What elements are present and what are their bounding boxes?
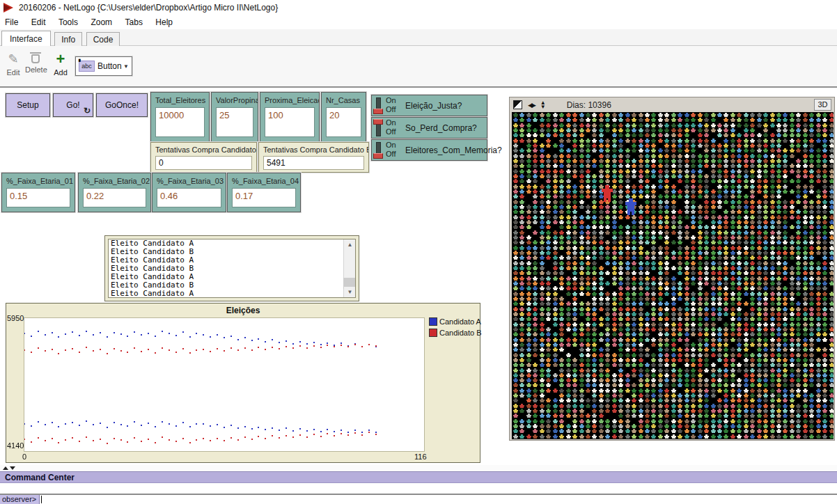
toolbar: ✎ Edit Delete + Add abc Button ▼ faster … [0, 46, 837, 88]
switch-eleicao-justa[interactable]: On Off Eleição_Justa? [371, 95, 487, 116]
scroll-down-icon[interactable]: ▼ [344, 287, 356, 297]
setup-button[interactable]: Setup [6, 93, 50, 117]
go-once-button[interactable]: GoOnce! [96, 93, 148, 117]
menu-edit[interactable]: Edit [26, 15, 51, 27]
plus-icon: + [52, 52, 70, 68]
setup-button-label: Setup [17, 100, 38, 110]
switch-on-label: On [386, 118, 396, 127]
monitor-value-box: 0.17 [232, 188, 296, 207]
switch-name: So_Perd_Compra? [405, 123, 477, 133]
monitor-tentativas-b: Tentativas Compra Candidato B 5491 [258, 142, 369, 173]
add-widget-button[interactable]: + Add [52, 52, 70, 77]
menu-zoom[interactable]: Zoom [86, 15, 117, 27]
menu-help[interactable]: Help [150, 15, 178, 27]
monitor-faixa-etaria-04: %_Faixa_Etaria_04 0.17 [227, 173, 301, 212]
splitter-bar[interactable] [0, 465, 837, 471]
tab-interface[interactable]: Interface [1, 31, 51, 47]
view-header: ◀▶ ▲▼ Dias: 10396 3D [510, 97, 834, 112]
delete-label: Delete [25, 65, 46, 74]
legend-swatch-red [429, 329, 437, 337]
splitter-down-icon[interactable] [10, 466, 15, 470]
menu-tools[interactable]: Tools [54, 15, 83, 27]
edit-label: Edit [4, 68, 22, 77]
monitor-valor-propina: ValorPropina 25 [211, 92, 258, 142]
output-line: Eleito Candidato A [109, 290, 355, 298]
menu-bar: File Edit Tools Zoom Tabs Help [0, 15, 837, 29]
switch-off-label: Off [386, 127, 396, 136]
monitor-value-box: 5491 [263, 156, 364, 170]
switch-eleitores-com-memoria[interactable]: On Off Eleitores_Com_Memoria? [371, 139, 487, 161]
go-button[interactable]: Go! ↻ [53, 93, 93, 117]
observer-prompt: observer> [0, 495, 40, 504]
monitor-value-box: 20 [326, 107, 361, 137]
trash-icon [31, 54, 40, 63]
splitter-up-icon[interactable] [3, 466, 8, 470]
tab-strip: Interface Info Code [0, 29, 837, 46]
monitor-faixa-etaria-02: %_Faixa_Etaria_02 0.22 [78, 173, 151, 212]
monitor-value: 100 [265, 108, 314, 120]
monitor-value-box: 0.46 [157, 188, 221, 207]
legend-label: Candidato B [439, 329, 482, 337]
view-resize-icon[interactable] [513, 100, 522, 109]
monitor-value: 20 [327, 108, 361, 120]
menu-tabs[interactable]: Tabs [120, 15, 148, 27]
monitor-value: 0.15 [7, 189, 70, 201]
delete-widget-button[interactable]: Delete [25, 52, 46, 74]
output-text-area: Eleito Candidato A Eleito Candidato B El… [108, 239, 356, 298]
world-canvas[interactable] [512, 112, 834, 439]
chevron-down-icon: ▼ [123, 63, 129, 70]
monitor-value: 5491 [264, 157, 363, 168]
monitor-value-box: 100 [265, 107, 315, 137]
plot-area [24, 317, 425, 452]
widget-type-dropdown[interactable]: abc Button ▼ [75, 56, 132, 76]
output-scrollbar[interactable]: ▲ ▼ [343, 239, 355, 297]
add-label: Add [52, 68, 70, 77]
view-vertical-arrows-icon[interactable]: ▲▼ [540, 101, 546, 109]
plot-title: Eleições [6, 306, 480, 315]
switch-off-label: Off [386, 150, 396, 158]
monitor-value-box: 10000 [155, 107, 205, 137]
switch-handle[interactable] [373, 119, 383, 125]
pencil-icon: ✎ [4, 52, 22, 68]
monitor-value: 0.46 [157, 189, 221, 201]
switch-so-perd-compra[interactable]: On Off So_Perd_Compra? [371, 117, 487, 139]
view-horizontal-arrows-icon[interactable]: ◀▶ [528, 102, 535, 109]
monitor-nr-casas: Nr_Casas 20 [321, 92, 366, 142]
legend-candidato-a: Candidato A [429, 317, 481, 326]
world-view-widget: ◀▶ ▲▼ Dias: 10396 3D [509, 97, 835, 441]
monitor-label: Tentativas Compra Candidato B [259, 143, 368, 154]
button-widget-icon: abc [79, 61, 95, 72]
monitor-faixa-etaria-01: %_Faixa_Etaria_01 0.15 [1, 173, 75, 212]
go-button-label: Go! [66, 100, 79, 110]
monitor-value: 0.22 [84, 189, 146, 201]
monitor-label: ValorPropina [212, 93, 258, 104]
edit-widget-button[interactable]: ✎ Edit [4, 52, 22, 77]
monitor-proxima-eleicao: Proxima_Eleicao 100 [260, 92, 320, 142]
legend-swatch-blue [429, 317, 437, 326]
monitor-label: Tentativas Compra Candidato A [151, 143, 256, 154]
tab-info[interactable]: Info [54, 32, 82, 47]
forever-icon: ↻ [84, 106, 91, 116]
monitor-label: Proxima_Eleicao [260, 93, 319, 104]
plot-eleicoes: Eleições 5950 4140 0 116 Candidato A Can… [6, 303, 480, 463]
monitor-value: 10000 [156, 108, 204, 120]
monitor-label: %_Faixa_Etaria_01 [2, 173, 75, 185]
switch-handle[interactable] [373, 109, 383, 114]
x-axis-min-label: 0 [22, 452, 26, 461]
switch-handle[interactable] [373, 153, 383, 159]
menu-file[interactable]: File [0, 15, 23, 27]
switch-name: Eleitores_Com_Memoria? [405, 145, 502, 155]
monitor-value-box: 0 [155, 156, 252, 170]
legend-label: Candidato A [439, 317, 481, 326]
widget-type-value: Button [97, 61, 123, 71]
monitor-label: %_Faixa_Etaria_02 [79, 173, 150, 185]
command-center-header[interactable]: Command Center [0, 471, 837, 483]
command-input-row[interactable]: observer> [0, 495, 837, 504]
scroll-up-icon[interactable]: ▲ [344, 239, 356, 250]
legend-candidato-b: Candidato B [429, 329, 482, 337]
3d-button[interactable]: 3D [814, 99, 831, 111]
plot-points-canvas [24, 318, 424, 451]
title-bar: 20160206 - NetLogo {C:\Users\elder\Dropb… [0, 0, 837, 15]
tab-code[interactable]: Code [86, 32, 120, 47]
netlogo-logo-icon [3, 3, 13, 13]
